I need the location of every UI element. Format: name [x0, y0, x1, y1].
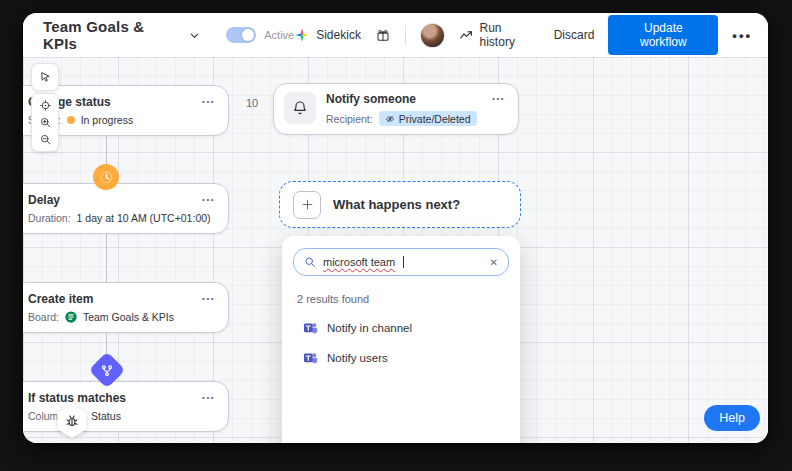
run-history-label: Run history — [480, 21, 540, 49]
node-menu-button[interactable]: ••• — [202, 95, 215, 107]
search-icon — [304, 256, 316, 268]
field-label: Recipient: — [326, 113, 373, 125]
discard-button[interactable]: Discard — [554, 28, 595, 42]
header-more-menu[interactable]: ••• — [732, 28, 752, 43]
results-count: 2 results found — [297, 293, 509, 305]
text-caret — [403, 256, 404, 268]
toggle-knob — [242, 29, 254, 41]
chevron-down-icon[interactable] — [189, 30, 200, 41]
help-button[interactable]: Help — [704, 405, 760, 431]
zoom-out-button[interactable] — [39, 131, 52, 148]
search-result-notify-users[interactable]: Notify users — [303, 350, 509, 365]
node-menu-button[interactable]: ••• — [202, 193, 215, 205]
plus-icon — [293, 191, 321, 219]
field-value: Team Goals & KPIs — [83, 311, 174, 323]
node-title: If status matches — [28, 391, 126, 405]
bug-icon[interactable] — [56, 404, 88, 438]
gift-icon — [375, 27, 391, 43]
sidekick-label: Sidekick — [316, 28, 361, 42]
recipient-badge[interactable]: Private/Deleted — [379, 111, 477, 126]
node-if-status-matches[interactable]: If status matches ••• Column: Status — [23, 381, 229, 432]
node-delay[interactable]: Delay ••• Duration: 1 day at 10 AM (UTC+… — [23, 183, 229, 234]
fit-view-button[interactable] — [39, 97, 52, 114]
node-menu-button[interactable]: ••• — [202, 292, 215, 304]
node-title: Notify someone — [326, 92, 416, 106]
badge-label: Private/Deleted — [399, 113, 471, 125]
field-label: Duration: — [28, 212, 71, 224]
target-icon — [39, 99, 52, 112]
result-label: Notify in channel — [327, 322, 412, 334]
action-search-panel: microsoft team ✕ 2 results found Notify … — [282, 236, 520, 443]
header: Team Goals & KPIs Active Sidekick — [23, 13, 768, 57]
search-result-notify-in-channel[interactable]: Notify in channel — [303, 320, 509, 335]
avatar[interactable] — [420, 23, 445, 48]
cursor-icon — [38, 70, 52, 84]
field-value: In progress — [81, 114, 134, 126]
teams-icon — [303, 320, 318, 335]
clock-icon — [93, 164, 119, 190]
node-menu-button[interactable]: ••• — [202, 391, 215, 403]
eye-off-icon — [385, 114, 395, 124]
node-title: Create item — [28, 292, 93, 306]
field-label: Board: — [28, 311, 59, 323]
header-divider — [405, 25, 406, 45]
trend-icon — [459, 28, 474, 43]
connector-line — [106, 134, 107, 165]
clear-search-button[interactable]: ✕ — [490, 257, 498, 268]
gift-button[interactable] — [375, 27, 391, 43]
field-value: 1 day at 10 AM (UTC+01:00) — [77, 212, 211, 224]
discard-label: Discard — [554, 28, 595, 42]
zoom-in-icon — [39, 116, 52, 129]
board-icon — [65, 311, 77, 323]
update-workflow-button[interactable]: Update workflow — [608, 15, 718, 55]
node-what-happens-next[interactable]: What happens next? — [279, 181, 521, 228]
teams-icon — [303, 350, 318, 365]
cursor-tool-button[interactable] — [31, 63, 59, 91]
connector-line — [106, 232, 107, 282]
node-title: Delay — [28, 193, 60, 207]
app-window: Team Goals & KPIs Active Sidekick — [23, 13, 768, 443]
bell-icon — [284, 92, 316, 124]
node-menu-button[interactable]: ••• — [492, 92, 505, 104]
workflow-canvas[interactable]: Change status ••• Status: In progress 10… — [23, 57, 768, 443]
node-title: What happens next? — [333, 197, 460, 212]
field-value: Status — [91, 410, 121, 422]
result-label: Notify users — [327, 352, 388, 364]
page-title: Team Goals & KPIs — [43, 18, 182, 52]
node-notify-someone[interactable]: Notify someone ••• Recipient: Private/De… — [273, 83, 519, 135]
node-create-item[interactable]: Create item ••• Board: Team Goals & KPIs — [23, 282, 229, 333]
search-query: microsoft team — [323, 256, 395, 268]
search-input[interactable]: microsoft team ✕ — [293, 248, 509, 276]
zoom-toolbar — [31, 93, 59, 152]
zoom-in-button[interactable] — [39, 114, 52, 131]
edge-label: 10 — [246, 97, 258, 109]
sparkle-icon — [294, 27, 310, 43]
zoom-out-icon — [39, 133, 52, 146]
run-history-button[interactable]: Run history — [459, 21, 540, 49]
sidekick-button[interactable]: Sidekick — [294, 27, 361, 43]
status-dot — [67, 116, 75, 124]
active-toggle-label: Active — [264, 29, 294, 41]
active-toggle[interactable] — [226, 27, 256, 43]
